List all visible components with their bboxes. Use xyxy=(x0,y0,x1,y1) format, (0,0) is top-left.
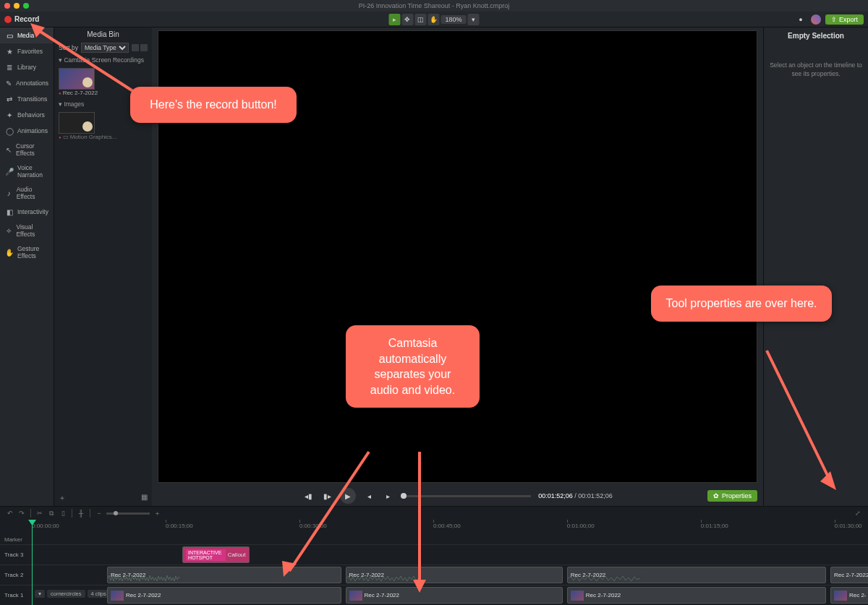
animation-icon: ◯ xyxy=(5,126,14,135)
tab-behaviors[interactable]: ✦Behaviors xyxy=(0,107,54,123)
add-media-button[interactable]: ＋ xyxy=(59,493,66,503)
tab-audio-effects[interactable]: ♪Audio Effects xyxy=(0,182,54,204)
playhead[interactable] xyxy=(32,520,33,605)
zoom-dropdown-icon[interactable]: ▾ xyxy=(468,14,480,25)
hand-icon: ✋ xyxy=(5,248,14,257)
track1-group-toggle[interactable]: ▾ xyxy=(35,590,45,598)
window-title: PI-26 Innovation Time Shareout - Ryan Kn… xyxy=(359,2,510,9)
clip-thumbnail-icon xyxy=(349,591,362,601)
export-label: Export xyxy=(839,16,858,23)
timeline-ruler[interactable]: 0:00:00;00 0:00:15;00 0:00:30;00 0:00:45… xyxy=(32,520,868,534)
tab-animations[interactable]: ◯Animations xyxy=(0,123,54,139)
timecode-display: 00:01:52;06 / 00:01:52;06 xyxy=(538,492,613,499)
interact-icon: ◧ xyxy=(5,207,14,216)
tab-voice-narration[interactable]: 🎤Voice Narration xyxy=(0,160,54,182)
split-button[interactable]: ╫ xyxy=(77,509,85,518)
media-bin-footer: ＋ ▦ xyxy=(54,490,152,506)
sparkle-icon: ✦ xyxy=(5,111,14,119)
canvas-tools: ▸ ✥ ◫ ✋ 180% ▾ xyxy=(388,14,479,25)
audio-clip[interactable]: Rec 2-7-2022 xyxy=(567,567,826,583)
hotspot-tag: INTERACTIVE HOTSPOT xyxy=(186,549,226,561)
audio-clip[interactable]: Rec 2-7-2022 xyxy=(830,567,868,583)
tab-cursor-effects[interactable]: ↖Cursor Effects xyxy=(0,139,54,160)
annotation-arrow-icon xyxy=(275,448,391,580)
transition-icon: ⇄ xyxy=(5,95,14,103)
cursor-icon: ↖ xyxy=(5,145,12,154)
svg-marker-0 xyxy=(30,23,45,38)
clip-thumbnail xyxy=(59,112,95,134)
svg-marker-2 xyxy=(413,580,426,593)
clip-thumbnail-icon xyxy=(834,591,847,601)
callout-clip[interactable]: INTERACTIVE HOTSPOT Callout xyxy=(182,546,249,563)
media-icon: ▭ xyxy=(5,31,14,40)
undo-button[interactable]: ↶ xyxy=(6,509,14,518)
maximize-window-icon[interactable] xyxy=(23,3,29,9)
video-clip[interactable]: Rec 2-7-2022 xyxy=(567,587,826,604)
properties-title: Empty Selection xyxy=(768,32,864,40)
zoom-level[interactable]: 180% xyxy=(441,15,466,24)
annotation-separate: Camtasia automatically separates your au… xyxy=(346,325,480,408)
paste-button[interactable]: ▯ xyxy=(59,509,67,518)
playback-bar: ◂▮ ▮▸ ▶ ◂ ▸ 00:01:52;06 / 00:01:52;06 ✿ … xyxy=(152,486,763,506)
svg-marker-3 xyxy=(820,471,836,490)
minimize-window-icon[interactable] xyxy=(14,3,20,9)
annotation-record: Here's the record button! xyxy=(130,87,297,123)
annotation-arrow-icon xyxy=(760,347,846,493)
titlebar: PI-26 Innovation Time Shareout - Ryan Kn… xyxy=(0,0,868,12)
cut-button[interactable]: ✂ xyxy=(35,509,44,518)
library-icon: ≣ xyxy=(5,63,14,72)
annotation-arrow-icon xyxy=(29,22,145,103)
annotation-properties: Tool properties are over here. xyxy=(651,286,832,322)
select-tool-icon[interactable]: ▸ xyxy=(388,14,400,25)
speaker-icon: ♪ xyxy=(5,189,13,197)
zoom-in-icon[interactable]: ＋ xyxy=(153,509,161,518)
mic-icon: 🎤 xyxy=(5,167,14,176)
gear-icon: ✿ xyxy=(713,492,719,499)
record-icon xyxy=(4,16,12,23)
detach-timeline-icon[interactable]: ⤢ xyxy=(854,509,862,518)
properties-button[interactable]: ✿ Properties xyxy=(707,490,757,502)
track1-group-name[interactable]: cornercircles xyxy=(47,590,85,598)
annotation-arrow-icon xyxy=(409,448,438,594)
copy-button[interactable]: ⧉ xyxy=(47,509,56,518)
clip-thumbnail-icon xyxy=(571,591,584,601)
redo-button[interactable]: ↷ xyxy=(17,509,26,518)
move-tool-icon[interactable]: ✥ xyxy=(401,14,413,25)
export-icon: ⇧ xyxy=(831,16,837,23)
export-button[interactable]: ⇧ Export xyxy=(825,14,864,25)
video-clip[interactable]: Rec 2- xyxy=(830,587,868,604)
close-window-icon[interactable] xyxy=(4,3,10,9)
clip-caption: ▭ Motion Graphics... xyxy=(59,134,148,140)
clip-thumbnail-icon xyxy=(111,591,124,601)
tab-visual-effects[interactable]: ✧Visual Effects xyxy=(0,220,54,241)
wand-icon: ✧ xyxy=(5,226,12,235)
video-clip[interactable]: Rec 2-7-2022 xyxy=(107,587,341,604)
pencil-icon: ✎ xyxy=(5,79,12,87)
crop-tool-icon[interactable]: ◫ xyxy=(414,14,426,25)
hand-tool-icon[interactable]: ✋ xyxy=(427,14,439,25)
tab-interactivity[interactable]: ◧Interactivity xyxy=(0,204,54,220)
star-icon: ★ xyxy=(5,47,14,56)
timeline-zoom-slider[interactable] xyxy=(106,512,150,515)
video-clip[interactable]: Rec 2-7-2022 xyxy=(346,587,563,604)
properties-empty-message: Select an object on the timeline to see … xyxy=(768,61,864,79)
zoom-out-icon[interactable]: − xyxy=(95,509,103,518)
notification-icon[interactable]: ● xyxy=(795,14,807,25)
traffic-lights[interactable] xyxy=(4,3,29,9)
user-avatar[interactable] xyxy=(811,14,821,25)
grid-view-icon[interactable]: ▦ xyxy=(141,493,148,503)
tab-gesture-effects[interactable]: ✋Gesture Effects xyxy=(0,241,54,263)
